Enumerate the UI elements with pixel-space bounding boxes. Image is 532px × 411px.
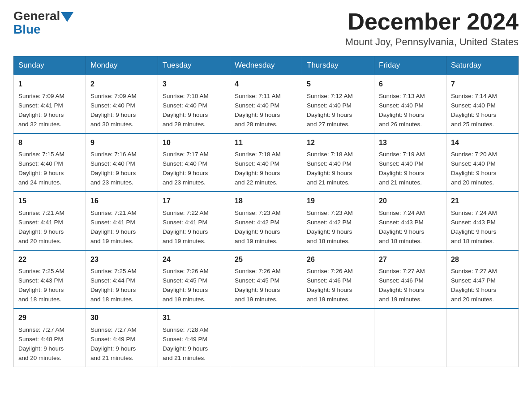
day-info: Sunrise: 7:23 AMSunset: 4:42 PMDaylight:… (235, 209, 297, 246)
day-info: Sunrise: 7:25 AMSunset: 4:44 PMDaylight:… (90, 267, 153, 304)
calendar-day-cell (230, 308, 302, 367)
calendar-day-cell: 11Sunrise: 7:18 AMSunset: 4:40 PMDayligh… (230, 133, 302, 192)
calendar-day-cell: 27Sunrise: 7:27 AMSunset: 4:46 PMDayligh… (374, 250, 446, 308)
calendar-day-cell: 13Sunrise: 7:19 AMSunset: 4:40 PMDayligh… (374, 133, 446, 192)
calendar-day-cell: 26Sunrise: 7:26 AMSunset: 4:46 PMDayligh… (302, 250, 374, 308)
calendar-day-cell: 3Sunrise: 7:10 AMSunset: 4:40 PMDaylight… (158, 75, 230, 133)
calendar-day-cell: 30Sunrise: 7:27 AMSunset: 4:49 PMDayligh… (86, 308, 158, 367)
logo-general-text: General (13, 9, 60, 23)
calendar-day-cell: 2Sunrise: 7:09 AMSunset: 4:40 PMDaylight… (86, 75, 158, 133)
day-number: 14 (451, 137, 514, 149)
calendar-day-cell: 24Sunrise: 7:26 AMSunset: 4:45 PMDayligh… (158, 250, 230, 308)
calendar-day-cell: 28Sunrise: 7:27 AMSunset: 4:47 PMDayligh… (446, 250, 519, 308)
calendar-day-cell: 31Sunrise: 7:28 AMSunset: 4:49 PMDayligh… (158, 308, 230, 367)
day-number: 7 (451, 79, 514, 90)
day-info: Sunrise: 7:19 AMSunset: 4:40 PMDaylight:… (379, 150, 442, 188)
day-number: 20 (379, 196, 442, 207)
day-number: 16 (90, 196, 153, 207)
day-number: 28 (451, 254, 514, 265)
col-monday: Monday (86, 56, 158, 75)
day-number: 31 (163, 313, 225, 324)
calendar-day-cell: 20Sunrise: 7:24 AMSunset: 4:43 PMDayligh… (374, 192, 446, 250)
calendar-day-cell: 14Sunrise: 7:20 AMSunset: 4:40 PMDayligh… (446, 133, 519, 192)
calendar-week-row: 8Sunrise: 7:15 AMSunset: 4:40 PMDaylight… (14, 133, 519, 192)
day-number: 27 (379, 254, 442, 265)
day-info: Sunrise: 7:18 AMSunset: 4:40 PMDaylight:… (307, 150, 369, 188)
day-info: Sunrise: 7:22 AMSunset: 4:41 PMDaylight:… (163, 209, 225, 246)
title-block: December 2024 Mount Joy, Pennsylvania, U… (345, 9, 519, 48)
day-info: Sunrise: 7:27 AMSunset: 4:49 PMDaylight:… (90, 325, 153, 363)
day-number: 29 (18, 313, 81, 324)
calendar-day-cell: 25Sunrise: 7:26 AMSunset: 4:45 PMDayligh… (230, 250, 302, 308)
day-number: 24 (163, 254, 225, 265)
calendar-day-cell (302, 308, 374, 367)
day-number: 15 (18, 196, 81, 207)
calendar-day-cell: 16Sunrise: 7:21 AMSunset: 4:41 PMDayligh… (86, 192, 158, 250)
calendar-day-cell: 6Sunrise: 7:13 AMSunset: 4:40 PMDaylight… (374, 75, 446, 133)
day-number: 30 (90, 313, 153, 324)
day-number: 19 (307, 196, 369, 207)
day-info: Sunrise: 7:12 AMSunset: 4:40 PMDaylight:… (307, 92, 369, 129)
day-info: Sunrise: 7:09 AMSunset: 4:41 PMDaylight:… (18, 92, 81, 129)
day-info: Sunrise: 7:11 AMSunset: 4:40 PMDaylight:… (235, 92, 297, 129)
location-title: Mount Joy, Pennsylvania, United States (345, 36, 519, 48)
day-number: 26 (307, 254, 369, 265)
day-number: 9 (90, 137, 153, 149)
col-thursday: Thursday (302, 56, 374, 75)
calendar-day-cell: 12Sunrise: 7:18 AMSunset: 4:40 PMDayligh… (302, 133, 374, 192)
month-title: December 2024 (345, 9, 519, 34)
calendar-day-cell: 22Sunrise: 7:25 AMSunset: 4:43 PMDayligh… (14, 250, 86, 308)
day-info: Sunrise: 7:24 AMSunset: 4:43 PMDaylight:… (379, 209, 442, 246)
calendar-day-cell: 23Sunrise: 7:25 AMSunset: 4:44 PMDayligh… (86, 250, 158, 308)
day-info: Sunrise: 7:10 AMSunset: 4:40 PMDaylight:… (163, 92, 225, 129)
calendar-week-row: 15Sunrise: 7:21 AMSunset: 4:41 PMDayligh… (14, 192, 519, 250)
day-number: 23 (90, 254, 153, 265)
day-info: Sunrise: 7:20 AMSunset: 4:40 PMDaylight:… (451, 150, 514, 188)
calendar-week-row: 1Sunrise: 7:09 AMSunset: 4:41 PMDaylight… (14, 75, 519, 133)
day-number: 25 (235, 254, 297, 265)
day-info: Sunrise: 7:26 AMSunset: 4:45 PMDaylight:… (235, 267, 297, 304)
day-info: Sunrise: 7:15 AMSunset: 4:40 PMDaylight:… (18, 150, 81, 188)
calendar-day-cell: 17Sunrise: 7:22 AMSunset: 4:41 PMDayligh… (158, 192, 230, 250)
col-wednesday: Wednesday (230, 56, 302, 75)
day-number: 3 (163, 79, 225, 90)
day-number: 8 (18, 137, 81, 149)
day-info: Sunrise: 7:27 AMSunset: 4:47 PMDaylight:… (451, 267, 514, 304)
day-number: 11 (235, 137, 297, 149)
logo-triangle-icon (61, 12, 73, 22)
calendar-day-cell: 4Sunrise: 7:11 AMSunset: 4:40 PMDaylight… (230, 75, 302, 133)
day-number: 13 (379, 137, 442, 149)
day-number: 5 (307, 79, 369, 90)
day-number: 17 (163, 196, 225, 207)
calendar-day-cell: 9Sunrise: 7:16 AMSunset: 4:40 PMDaylight… (86, 133, 158, 192)
page-header: General Blue December 2024 Mount Joy, Pe… (13, 9, 519, 48)
day-number: 4 (235, 79, 297, 90)
day-info: Sunrise: 7:17 AMSunset: 4:40 PMDaylight:… (163, 150, 225, 188)
day-number: 12 (307, 137, 369, 149)
calendar-week-row: 29Sunrise: 7:27 AMSunset: 4:48 PMDayligh… (14, 308, 519, 367)
day-info: Sunrise: 7:26 AMSunset: 4:46 PMDaylight:… (307, 267, 369, 304)
day-info: Sunrise: 7:25 AMSunset: 4:43 PMDaylight:… (18, 267, 81, 304)
calendar-body: 1Sunrise: 7:09 AMSunset: 4:41 PMDaylight… (14, 75, 519, 367)
logo-blue-text: Blue (13, 22, 41, 37)
logo: General Blue (13, 9, 73, 37)
day-info: Sunrise: 7:21 AMSunset: 4:41 PMDaylight:… (18, 209, 81, 246)
day-info: Sunrise: 7:16 AMSunset: 4:40 PMDaylight:… (90, 150, 153, 188)
calendar-table: Sunday Monday Tuesday Wednesday Thursday… (13, 56, 519, 367)
day-info: Sunrise: 7:24 AMSunset: 4:43 PMDaylight:… (451, 209, 514, 246)
calendar-day-cell (446, 308, 519, 367)
calendar-day-cell: 7Sunrise: 7:14 AMSunset: 4:40 PMDaylight… (446, 75, 519, 133)
calendar-day-cell: 19Sunrise: 7:23 AMSunset: 4:42 PMDayligh… (302, 192, 374, 250)
calendar-day-cell: 10Sunrise: 7:17 AMSunset: 4:40 PMDayligh… (158, 133, 230, 192)
day-number: 21 (451, 196, 514, 207)
calendar-week-row: 22Sunrise: 7:25 AMSunset: 4:43 PMDayligh… (14, 250, 519, 308)
day-number: 1 (18, 79, 81, 90)
day-number: 18 (235, 196, 297, 207)
calendar-day-cell (374, 308, 446, 367)
day-info: Sunrise: 7:13 AMSunset: 4:40 PMDaylight:… (379, 92, 442, 129)
day-info: Sunrise: 7:14 AMSunset: 4:40 PMDaylight:… (451, 92, 514, 129)
day-info: Sunrise: 7:09 AMSunset: 4:40 PMDaylight:… (90, 92, 153, 129)
day-number: 22 (18, 254, 81, 265)
day-info: Sunrise: 7:28 AMSunset: 4:49 PMDaylight:… (163, 325, 225, 363)
calendar-day-cell: 18Sunrise: 7:23 AMSunset: 4:42 PMDayligh… (230, 192, 302, 250)
